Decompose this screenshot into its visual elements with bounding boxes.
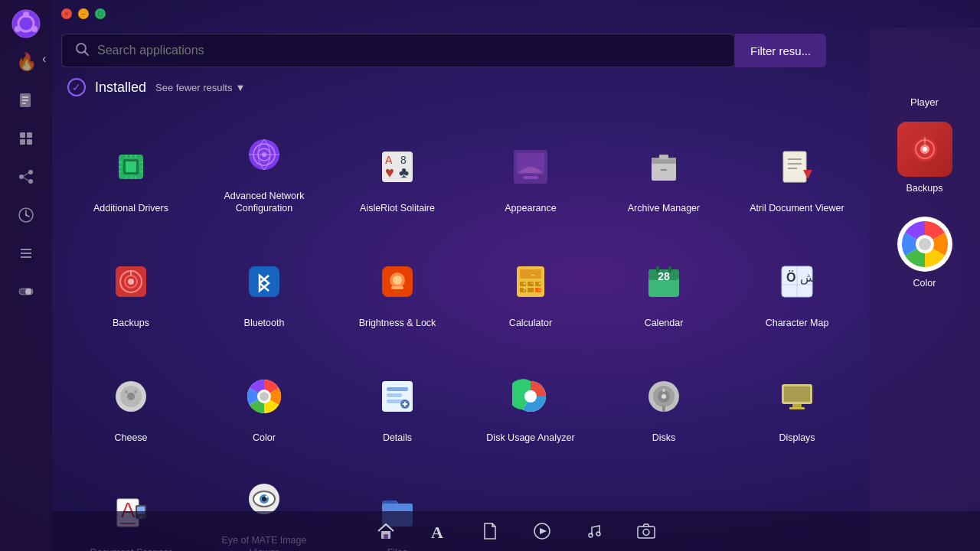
svg-text:♥: ♥ — [385, 164, 394, 181]
search-icon — [74, 41, 90, 60]
sidebar-logo[interactable] — [8, 6, 44, 41]
app-item-calendar[interactable]: 28 Calendar — [597, 223, 730, 338]
maximize-button[interactable]: □ — [95, 8, 106, 19]
app-item-character-map[interactable]: Ö ش Character Map — [730, 223, 864, 338]
app-item-atril[interactable]: Atril Document Viewer — [730, 109, 864, 223]
app-item-advanced-network[interactable]: Advanced Network Configuration — [198, 109, 331, 223]
app-label-atril: Atril Document Viewer — [750, 202, 844, 214]
filter-results-label: Filter resu... — [750, 44, 811, 57]
player-label: Player — [910, 96, 939, 108]
color-app-right[interactable]: Color — [875, 217, 975, 289]
svg-rect-55 — [523, 176, 538, 179]
app-item-cheese[interactable]: Cheese — [64, 338, 198, 453]
sidebar-item-doc[interactable] — [8, 83, 44, 118]
svg-point-159 — [643, 530, 649, 536]
app-item-displays[interactable]: Displays — [730, 338, 864, 453]
search-bar — [61, 34, 735, 67]
sidebar-item-clock[interactable] — [8, 197, 44, 233]
app-item-additional-drivers[interactable]: Additional Drivers — [64, 109, 198, 223]
app-item-details[interactable]: Details — [331, 338, 464, 453]
svg-point-13 — [19, 174, 24, 179]
sidebar-collapse-arrow[interactable]: ‹ — [42, 52, 46, 66]
svg-point-124 — [662, 394, 666, 399]
app-item-calculator[interactable]: – + − × 7 = Calculator — [464, 223, 597, 338]
app-icon-archive-manager — [636, 139, 691, 194]
app-icon-backups — [103, 254, 158, 309]
app-icon-aisleriot: A ♥ 8 ♣ — [370, 139, 425, 194]
app-item-brightness-lock[interactable]: Brightness & Lock — [331, 223, 464, 338]
sidebar-item-list[interactable] — [8, 236, 44, 271]
svg-point-77 — [393, 276, 402, 285]
app-label-calendar: Calendar — [645, 317, 684, 329]
svg-rect-10 — [27, 132, 32, 138]
app-item-appearance[interactable]: Appearance — [464, 109, 597, 223]
svg-point-2 — [23, 11, 29, 18]
sidebar-item-toggle[interactable] — [8, 274, 44, 309]
search-container: Filter resu... — [52, 28, 980, 67]
svg-point-14 — [28, 170, 33, 174]
sidebar-item-grid[interactable] — [8, 121, 44, 156]
app-label-bluetooth: Bluetooth — [244, 317, 285, 329]
svg-rect-158 — [638, 527, 655, 538]
svg-text:A: A — [431, 523, 443, 541]
app-label-backups: Backups — [113, 317, 149, 329]
sidebar-item-share[interactable] — [8, 159, 44, 194]
filter-results-button[interactable]: Filter resu... — [735, 34, 826, 67]
installed-label: Installed — [95, 80, 146, 96]
svg-line-17 — [24, 178, 28, 181]
svg-point-148 — [923, 147, 927, 152]
dock-play[interactable] — [528, 517, 556, 545]
svg-line-20 — [26, 215, 29, 217]
svg-rect-76 — [394, 289, 400, 292]
svg-text:7: 7 — [523, 287, 526, 292]
dock-music[interactable] — [580, 517, 608, 545]
app-icon-calendar: 28 — [636, 254, 691, 309]
svg-rect-75 — [391, 286, 403, 289]
color-app-right-label: Color — [913, 278, 936, 289]
bottom-dock: A — [52, 511, 980, 551]
svg-text:ش: ش — [800, 271, 815, 285]
dock-camera[interactable] — [632, 517, 660, 545]
close-button[interactable]: × — [61, 8, 72, 19]
backups-app-right[interactable]: Backups — [875, 122, 975, 194]
app-label-aisleriot: AisleRiot Solitaire — [360, 202, 435, 214]
dock-font[interactable]: A — [424, 517, 452, 545]
app-item-backups[interactable]: Backups — [64, 223, 198, 338]
svg-text:×: × — [538, 281, 541, 286]
minimize-button[interactable]: – — [78, 8, 89, 19]
svg-rect-113 — [387, 393, 402, 397]
dock-file[interactable] — [476, 517, 504, 545]
app-item-bluetooth[interactable]: Bluetooth — [198, 223, 331, 338]
svg-rect-128 — [792, 404, 802, 407]
app-icon-additional-drivers — [103, 139, 158, 194]
search-input[interactable] — [97, 44, 722, 57]
see-fewer-button[interactable]: See fewer results ▼ — [155, 82, 245, 93]
app-icon-brightness-lock — [370, 254, 425, 309]
app-icon-calculator: – + − × 7 = — [503, 254, 558, 309]
dock-home[interactable] — [372, 517, 400, 545]
app-item-aisleriot[interactable]: A ♥ 8 ♣ AisleRiot Solitaire — [331, 109, 464, 223]
svg-rect-96 — [668, 266, 671, 272]
app-item-color[interactable]: Color — [198, 338, 331, 453]
svg-text:♣: ♣ — [399, 164, 409, 181]
app-icon-disk-usage — [503, 369, 558, 424]
app-item-disk-usage[interactable]: Disk Usage Analyzer — [464, 338, 597, 453]
svg-line-27 — [85, 52, 88, 55]
svg-line-16 — [24, 173, 28, 176]
svg-text:=: = — [538, 287, 541, 292]
app-label-appearance: Appearance — [505, 202, 556, 214]
svg-point-26 — [77, 44, 86, 53]
sidebar-item-fire[interactable]: 🔥 — [8, 44, 44, 80]
app-label-disks: Disks — [652, 432, 676, 444]
chevron-down-icon: ▼ — [235, 82, 245, 93]
svg-point-4 — [15, 26, 21, 32]
svg-text:–: – — [531, 270, 535, 279]
app-icon-advanced-network — [237, 127, 292, 182]
see-fewer-label: See fewer results — [155, 82, 232, 93]
app-item-archive-manager[interactable]: Archive Manager — [597, 109, 730, 223]
app-item-disks[interactable]: Disks — [597, 338, 730, 453]
svg-point-25 — [25, 289, 31, 295]
svg-point-105 — [127, 393, 135, 400]
app-label-character-map: Character Map — [766, 317, 829, 329]
svg-point-107 — [134, 390, 137, 393]
